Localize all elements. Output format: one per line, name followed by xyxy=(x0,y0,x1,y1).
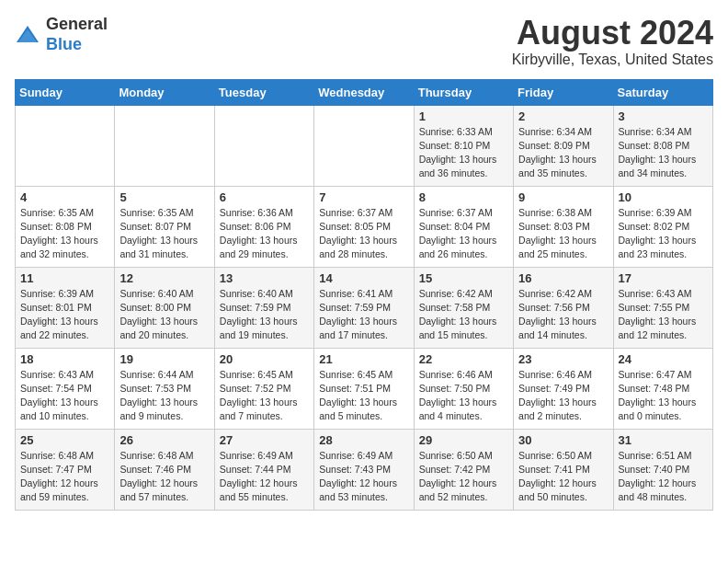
calendar-cell xyxy=(16,105,115,186)
day-number: 30 xyxy=(518,433,608,447)
page-header: General Blue August 2024 Kirbyville, Tex… xyxy=(15,15,713,68)
day-info: Sunrise: 6:33 AM Sunset: 8:10 PM Dayligh… xyxy=(419,125,508,181)
calendar-cell: 29Sunrise: 6:50 AM Sunset: 7:42 PM Dayli… xyxy=(414,429,513,510)
day-info: Sunrise: 6:49 AM Sunset: 7:43 PM Dayligh… xyxy=(319,449,408,505)
calendar-cell: 18Sunrise: 6:43 AM Sunset: 7:54 PM Dayli… xyxy=(16,348,115,429)
day-number: 22 xyxy=(419,352,508,366)
week-row-2: 4Sunrise: 6:35 AM Sunset: 8:08 PM Daylig… xyxy=(16,186,713,267)
day-number: 9 xyxy=(518,190,608,204)
calendar-cell: 26Sunrise: 6:48 AM Sunset: 7:46 PM Dayli… xyxy=(115,429,214,510)
day-info: Sunrise: 6:37 AM Sunset: 8:05 PM Dayligh… xyxy=(319,206,408,262)
calendar-cell: 15Sunrise: 6:42 AM Sunset: 7:58 PM Dayli… xyxy=(414,267,513,348)
day-info: Sunrise: 6:38 AM Sunset: 8:03 PM Dayligh… xyxy=(518,206,608,262)
calendar-cell: 17Sunrise: 6:43 AM Sunset: 7:55 PM Dayli… xyxy=(613,267,712,348)
calendar-cell: 28Sunrise: 6:49 AM Sunset: 7:43 PM Dayli… xyxy=(314,429,414,510)
day-number: 15 xyxy=(419,271,508,285)
location: Kirbyville, Texas, United States xyxy=(512,52,713,68)
day-info: Sunrise: 6:47 AM Sunset: 7:48 PM Dayligh… xyxy=(619,368,708,424)
day-number: 19 xyxy=(119,352,209,366)
day-info: Sunrise: 6:48 AM Sunset: 7:46 PM Dayligh… xyxy=(119,449,209,505)
day-number: 11 xyxy=(20,271,109,285)
day-info: Sunrise: 6:43 AM Sunset: 7:54 PM Dayligh… xyxy=(20,368,109,424)
day-info: Sunrise: 6:50 AM Sunset: 7:41 PM Dayligh… xyxy=(518,449,608,505)
calendar-cell: 24Sunrise: 6:47 AM Sunset: 7:48 PM Dayli… xyxy=(613,348,712,429)
title-block: August 2024 Kirbyville, Texas, United St… xyxy=(512,15,713,68)
day-info: Sunrise: 6:37 AM Sunset: 8:04 PM Dayligh… xyxy=(419,206,508,262)
day-number: 20 xyxy=(220,352,309,366)
calendar-cell: 31Sunrise: 6:51 AM Sunset: 7:40 PM Dayli… xyxy=(613,429,712,510)
day-info: Sunrise: 6:45 AM Sunset: 7:52 PM Dayligh… xyxy=(220,368,309,424)
logo-icon xyxy=(15,22,40,48)
day-info: Sunrise: 6:42 AM Sunset: 7:58 PM Dayligh… xyxy=(419,287,508,343)
calendar-cell: 9Sunrise: 6:38 AM Sunset: 8:03 PM Daylig… xyxy=(514,186,613,267)
calendar-cell: 20Sunrise: 6:45 AM Sunset: 7:52 PM Dayli… xyxy=(214,348,313,429)
day-number: 21 xyxy=(319,352,408,366)
day-info: Sunrise: 6:51 AM Sunset: 7:40 PM Dayligh… xyxy=(619,449,708,505)
day-info: Sunrise: 6:40 AM Sunset: 7:59 PM Dayligh… xyxy=(220,287,309,343)
calendar-cell: 30Sunrise: 6:50 AM Sunset: 7:41 PM Dayli… xyxy=(514,429,613,510)
day-number: 8 xyxy=(419,190,508,204)
calendar-header-row: SundayMondayTuesdayWednesdayThursdayFrid… xyxy=(16,79,713,105)
calendar-cell: 6Sunrise: 6:36 AM Sunset: 8:06 PM Daylig… xyxy=(214,186,313,267)
day-number: 31 xyxy=(619,433,708,447)
day-info: Sunrise: 6:42 AM Sunset: 7:56 PM Dayligh… xyxy=(518,287,608,343)
calendar-cell: 13Sunrise: 6:40 AM Sunset: 7:59 PM Dayli… xyxy=(214,267,313,348)
calendar-cell: 27Sunrise: 6:49 AM Sunset: 7:44 PM Dayli… xyxy=(214,429,313,510)
calendar-table: SundayMondayTuesdayWednesdayThursdayFrid… xyxy=(15,79,713,511)
day-number: 28 xyxy=(319,433,408,447)
day-info: Sunrise: 6:43 AM Sunset: 7:55 PM Dayligh… xyxy=(619,287,708,343)
day-number: 12 xyxy=(119,271,209,285)
day-info: Sunrise: 6:49 AM Sunset: 7:44 PM Dayligh… xyxy=(220,449,309,505)
day-number: 4 xyxy=(20,190,109,204)
calendar-cell: 3Sunrise: 6:34 AM Sunset: 8:08 PM Daylig… xyxy=(613,105,712,186)
logo: General Blue xyxy=(15,15,108,54)
day-header-sunday: Sunday xyxy=(16,79,115,105)
calendar-cell xyxy=(115,105,214,186)
logo-text: General Blue xyxy=(46,15,108,54)
calendar-cell: 2Sunrise: 6:34 AM Sunset: 8:09 PM Daylig… xyxy=(514,105,613,186)
day-number: 24 xyxy=(619,352,708,366)
week-row-3: 11Sunrise: 6:39 AM Sunset: 8:01 PM Dayli… xyxy=(16,267,713,348)
day-number: 27 xyxy=(220,433,309,447)
day-header-wednesday: Wednesday xyxy=(314,79,414,105)
day-info: Sunrise: 6:41 AM Sunset: 7:59 PM Dayligh… xyxy=(319,287,408,343)
calendar-cell: 14Sunrise: 6:41 AM Sunset: 7:59 PM Dayli… xyxy=(314,267,414,348)
day-number: 18 xyxy=(20,352,109,366)
day-info: Sunrise: 6:36 AM Sunset: 8:06 PM Dayligh… xyxy=(220,206,309,262)
day-number: 29 xyxy=(419,433,508,447)
week-row-5: 25Sunrise: 6:48 AM Sunset: 7:47 PM Dayli… xyxy=(16,429,713,510)
day-number: 23 xyxy=(518,352,608,366)
day-info: Sunrise: 6:35 AM Sunset: 8:07 PM Dayligh… xyxy=(119,206,209,262)
day-number: 1 xyxy=(419,109,508,123)
day-info: Sunrise: 6:50 AM Sunset: 7:42 PM Dayligh… xyxy=(419,449,508,505)
calendar-cell xyxy=(214,105,313,186)
week-row-4: 18Sunrise: 6:43 AM Sunset: 7:54 PM Dayli… xyxy=(16,348,713,429)
calendar-cell: 25Sunrise: 6:48 AM Sunset: 7:47 PM Dayli… xyxy=(16,429,115,510)
calendar-cell xyxy=(314,105,414,186)
day-number: 3 xyxy=(619,109,708,123)
calendar-cell: 22Sunrise: 6:46 AM Sunset: 7:50 PM Dayli… xyxy=(414,348,513,429)
calendar-cell: 5Sunrise: 6:35 AM Sunset: 8:07 PM Daylig… xyxy=(115,186,214,267)
day-number: 26 xyxy=(119,433,209,447)
day-number: 7 xyxy=(319,190,408,204)
day-info: Sunrise: 6:40 AM Sunset: 8:00 PM Dayligh… xyxy=(119,287,209,343)
day-info: Sunrise: 6:46 AM Sunset: 7:49 PM Dayligh… xyxy=(518,368,608,424)
day-header-friday: Friday xyxy=(514,79,613,105)
calendar-cell: 11Sunrise: 6:39 AM Sunset: 8:01 PM Dayli… xyxy=(16,267,115,348)
calendar-cell: 19Sunrise: 6:44 AM Sunset: 7:53 PM Dayli… xyxy=(115,348,214,429)
calendar-cell: 4Sunrise: 6:35 AM Sunset: 8:08 PM Daylig… xyxy=(16,186,115,267)
calendar-cell: 21Sunrise: 6:45 AM Sunset: 7:51 PM Dayli… xyxy=(314,348,414,429)
day-number: 14 xyxy=(319,271,408,285)
day-info: Sunrise: 6:39 AM Sunset: 8:02 PM Dayligh… xyxy=(619,206,708,262)
calendar-cell: 16Sunrise: 6:42 AM Sunset: 7:56 PM Dayli… xyxy=(514,267,613,348)
day-info: Sunrise: 6:48 AM Sunset: 7:47 PM Dayligh… xyxy=(20,449,109,505)
day-info: Sunrise: 6:46 AM Sunset: 7:50 PM Dayligh… xyxy=(419,368,508,424)
day-header-saturday: Saturday xyxy=(613,79,712,105)
calendar-cell: 7Sunrise: 6:37 AM Sunset: 8:05 PM Daylig… xyxy=(314,186,414,267)
month-year: August 2024 xyxy=(512,15,713,52)
day-number: 16 xyxy=(518,271,608,285)
day-number: 25 xyxy=(20,433,109,447)
day-info: Sunrise: 6:35 AM Sunset: 8:08 PM Dayligh… xyxy=(20,206,109,262)
day-info: Sunrise: 6:34 AM Sunset: 8:08 PM Dayligh… xyxy=(619,125,708,181)
day-header-tuesday: Tuesday xyxy=(214,79,313,105)
